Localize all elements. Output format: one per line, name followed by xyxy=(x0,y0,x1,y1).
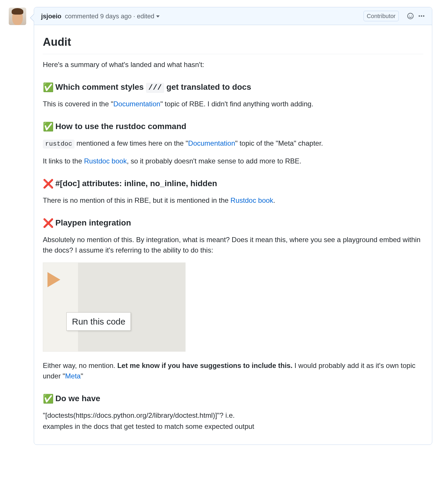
intro-text: Here's a summary of what's landed and wh… xyxy=(43,59,423,70)
svg-point-1 xyxy=(409,15,410,16)
rustdoc-book-link[interactable]: Rustdoc book xyxy=(84,157,127,165)
section1-p1: This is covered in the "Documentation" t… xyxy=(43,99,423,109)
check-icon: ✅ xyxy=(43,393,54,404)
comment-container: jsjoeio commented 9 days ago · edited Co… xyxy=(34,7,432,445)
section2-p2: It links to the Rustdoc book, so it prob… xyxy=(43,156,423,166)
section4-p1: Absolutely no mention of this. By integr… xyxy=(43,235,423,255)
run-code-tooltip: Run this code xyxy=(66,312,131,331)
documentation-link[interactable]: Documentation xyxy=(188,139,235,147)
section5-p2: examples in the docs that get tested to … xyxy=(43,421,423,432)
add-reaction-icon[interactable] xyxy=(407,13,414,20)
caret-down-icon xyxy=(156,15,160,17)
comment-body: Audit Here's a summary of what's landed … xyxy=(34,25,432,445)
section-rustdoc-command: ✅How to use the rustdoc command xyxy=(43,121,423,132)
separator: · xyxy=(133,13,135,20)
avatar[interactable] xyxy=(9,8,26,25)
svg-point-4 xyxy=(421,15,422,17)
cross-icon: ❌ xyxy=(43,178,54,189)
play-icon xyxy=(47,272,60,287)
comment-header: jsjoeio commented 9 days ago · edited Co… xyxy=(34,7,432,25)
section-comment-styles: ✅Which comment styles /// get translated… xyxy=(43,82,423,93)
timestamp-link[interactable]: 9 days ago xyxy=(100,13,133,20)
svg-point-0 xyxy=(408,13,413,19)
section5-p1: "[doctests(https://docs.python.org/2/lib… xyxy=(43,410,423,421)
section4-p2: Either way, no mention. Let me know if y… xyxy=(43,360,423,381)
section-doctests: ✅Do we have xyxy=(43,393,423,404)
inline-code: /// xyxy=(146,83,164,93)
section-playpen: ❌Playpen integration xyxy=(43,217,423,229)
playpen-screenshot[interactable]: Run this code xyxy=(43,262,186,352)
edited-dropdown[interactable]: edited xyxy=(137,13,160,20)
meta-link[interactable]: Meta xyxy=(65,372,81,380)
documentation-link[interactable]: Documentation xyxy=(113,100,160,108)
svg-point-5 xyxy=(423,15,424,17)
section-doc-attributes: ❌#[doc] attributes: inline, no_inline, h… xyxy=(43,178,423,189)
svg-point-3 xyxy=(419,15,420,17)
more-actions-icon[interactable] xyxy=(418,13,425,20)
rustdoc-book-link[interactable]: Rustdoc book xyxy=(230,196,273,204)
inline-code: rustdoc xyxy=(43,140,75,149)
contributor-badge: Contributor xyxy=(364,11,399,21)
author-link[interactable]: jsjoeio xyxy=(41,13,61,20)
check-icon: ✅ xyxy=(43,82,54,93)
section3-p1: There is no mention of this in RBE, but … xyxy=(43,195,423,206)
cross-icon: ❌ xyxy=(43,217,54,229)
section2-p1: rustdoc mentioned a few times here on th… xyxy=(43,138,423,149)
commented-label: commented xyxy=(65,13,98,20)
svg-point-2 xyxy=(411,15,412,16)
page-title: Audit xyxy=(43,34,423,54)
check-icon: ✅ xyxy=(43,121,54,132)
